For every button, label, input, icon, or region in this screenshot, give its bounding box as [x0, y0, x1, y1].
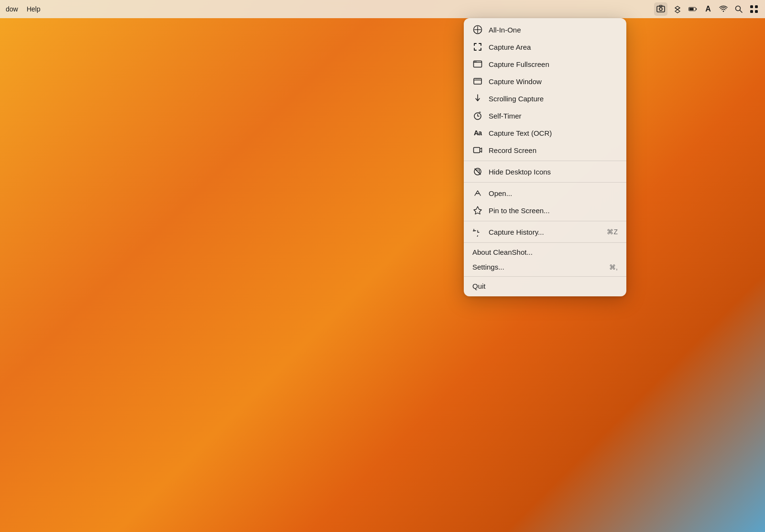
- capture-fullscreen-label: Capture Fullscreen: [489, 60, 618, 68]
- svg-rect-9: [755, 5, 758, 8]
- capture-history-label: Capture History...: [489, 228, 601, 236]
- menu-item-quit[interactable]: Quit: [464, 279, 626, 293]
- capture-text-label: Capture Text (OCR): [489, 129, 618, 137]
- menubar-right: A: [654, 2, 759, 16]
- dropbox-menubar-icon[interactable]: [672, 4, 683, 14]
- menu-item-capture-fullscreen[interactable]: Capture Fullscreen: [464, 55, 626, 73]
- battery-menubar-icon[interactable]: [688, 4, 698, 14]
- capture-window-label: Capture Window: [489, 77, 618, 86]
- menu-item-hide-desktop[interactable]: Hide Desktop Icons: [464, 163, 626, 180]
- scrolling-capture-icon: [472, 93, 483, 104]
- self-timer-label: Self-Timer: [489, 112, 618, 120]
- desktop-background: [0, 0, 765, 532]
- svg-rect-11: [755, 10, 758, 13]
- menu-item-self-timer[interactable]: Self-Timer: [464, 107, 626, 124]
- search-menubar-icon[interactable]: [733, 4, 744, 14]
- menu-item-open[interactable]: Open...: [464, 185, 626, 202]
- open-label: Open...: [489, 189, 618, 197]
- record-screen-icon: [472, 145, 483, 155]
- quit-label: Quit: [472, 282, 486, 290]
- menubar-window[interactable]: dow: [6, 5, 18, 13]
- settings-shortcut: ⌘,: [609, 263, 618, 271]
- menubar-help[interactable]: Help: [27, 5, 41, 13]
- capture-history-shortcut: ⌘Z: [607, 228, 618, 236]
- menu-item-pin-screen[interactable]: Pin to the Screen...: [464, 202, 626, 219]
- font-icon: A: [705, 5, 711, 13]
- hide-desktop-label: Hide Desktop Icons: [489, 168, 618, 176]
- svg-line-26: [475, 169, 481, 174]
- control-center-icon: [750, 5, 758, 13]
- svg-rect-21: [475, 78, 480, 80]
- all-in-one-icon: [472, 24, 483, 35]
- svg-rect-0: [657, 6, 665, 12]
- cleanshot-icon: [656, 5, 665, 13]
- font-menubar-icon[interactable]: A: [703, 4, 713, 14]
- menu-item-capture-text[interactable]: Aa Capture Text (OCR): [464, 124, 626, 141]
- menubar: dow Help A: [0, 0, 765, 18]
- svg-point-1: [659, 8, 662, 11]
- wifi-menubar-icon[interactable]: [718, 4, 729, 14]
- menu-item-capture-area[interactable]: Capture Area: [464, 38, 626, 55]
- menubar-left: dow Help: [6, 5, 40, 13]
- pin-screen-icon: [472, 205, 483, 216]
- menu-item-capture-history[interactable]: Capture History... ⌘Z: [464, 223, 626, 240]
- menu-item-capture-window[interactable]: Capture Window: [464, 73, 626, 90]
- separator-5: [464, 276, 626, 277]
- cleanshot-menubar-icon[interactable]: [654, 2, 667, 16]
- wifi-icon: [719, 5, 728, 13]
- capture-window-icon: [472, 76, 483, 87]
- capture-area-label: Capture Area: [489, 43, 618, 51]
- about-label: About CleanShot...: [472, 248, 533, 256]
- dropbox-icon: [673, 5, 682, 13]
- capture-history-icon: [472, 227, 483, 237]
- separator-3: [464, 221, 626, 221]
- settings-label: Settings...: [472, 263, 603, 271]
- ocr-text-icon: Aa: [474, 129, 481, 137]
- all-in-one-label: All-In-One: [489, 26, 618, 34]
- menu-item-scrolling-capture[interactable]: Scrolling Capture: [464, 90, 626, 107]
- scrolling-capture-label: Scrolling Capture: [489, 95, 618, 103]
- open-icon: [472, 188, 483, 198]
- capture-text-icon: Aa: [472, 128, 483, 138]
- hide-desktop-icon: [472, 166, 483, 177]
- dropdown-menu: All-In-One Capture Area Capture Fullscre…: [464, 18, 626, 296]
- svg-rect-8: [750, 5, 753, 8]
- capture-area-icon: [472, 42, 483, 52]
- capture-fullscreen-icon: [472, 59, 483, 69]
- separator-1: [464, 161, 626, 161]
- separator-4: [464, 242, 626, 243]
- svg-rect-4: [696, 8, 697, 10]
- svg-rect-24: [474, 148, 480, 153]
- svg-rect-10: [750, 10, 753, 13]
- svg-rect-5: [689, 8, 694, 11]
- menu-item-all-in-one[interactable]: All-In-One: [464, 21, 626, 38]
- menu-item-about[interactable]: About CleanShot...: [464, 245, 626, 260]
- menu-item-settings[interactable]: Settings... ⌘,: [464, 260, 626, 274]
- battery-icon: [688, 5, 697, 13]
- menu-item-record-screen[interactable]: Record Screen: [464, 141, 626, 159]
- svg-line-7: [740, 11, 743, 13]
- self-timer-icon: [472, 110, 483, 121]
- search-icon: [734, 5, 743, 13]
- control-center-menubar-icon[interactable]: [749, 4, 759, 14]
- pin-screen-label: Pin to the Screen...: [489, 206, 618, 215]
- record-screen-label: Record Screen: [489, 146, 618, 154]
- separator-2: [464, 182, 626, 183]
